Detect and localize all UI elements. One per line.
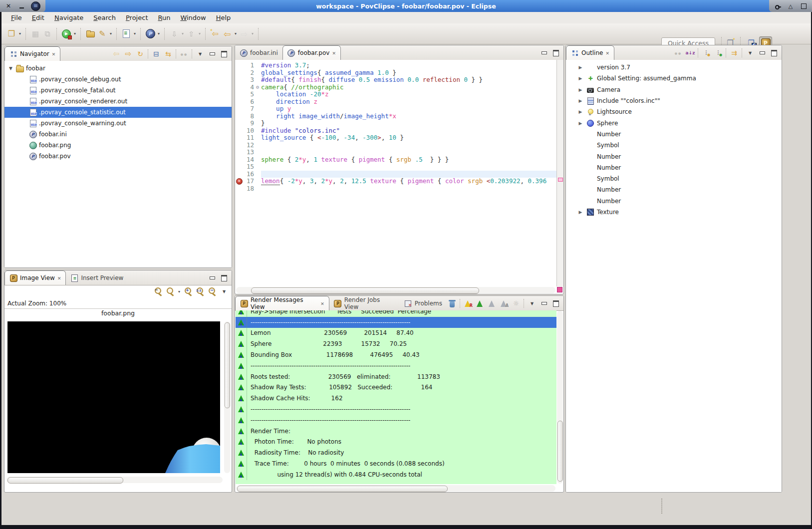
window-maximize-button[interactable] (800, 2, 807, 9)
menu-run[interactable]: Run (153, 13, 175, 22)
save-all-icon[interactable] (41, 28, 53, 40)
last-edit-location-icon[interactable] (209, 28, 221, 40)
dropdown-arrow-icon[interactable]: ▾ (180, 31, 185, 36)
expand-arrow-icon[interactable]: ▶ (577, 121, 584, 126)
expand-arrow-icon[interactable]: ▶ (577, 76, 584, 81)
overview-error-marker[interactable] (558, 178, 563, 182)
dropdown-arrow-icon[interactable]: ▾ (177, 289, 182, 294)
dropdown-arrow-icon[interactable]: ▾ (17, 31, 22, 36)
code-line-3[interactable]: 3#default{ finish{ diffuse 0.5 emission … (235, 76, 556, 84)
dropdown-arrow-icon[interactable]: ▾ (250, 31, 255, 36)
message-row[interactable]: using 12 thread(s) with 0.484 CPU-second… (236, 469, 556, 480)
outline-item-number[interactable]: Number (566, 129, 782, 140)
image-hscrollbar-thumb[interactable] (7, 477, 123, 484)
sort-alpha-icon[interactable] (685, 48, 696, 58)
expand-arrow-icon[interactable]: ▶ (577, 98, 584, 103)
outline-item-number[interactable]: Number (566, 184, 782, 195)
link-editor2-icon[interactable] (729, 48, 740, 58)
outline-item-symbol[interactable]: Symbol (566, 173, 782, 184)
maximize-icon[interactable] (219, 273, 230, 283)
code-line-10[interactable]: 10#include "colors.inc" (235, 127, 556, 135)
filter-render-icon[interactable] (487, 298, 498, 308)
dropdown-arrow-icon[interactable]: ▾ (156, 31, 161, 36)
tab-image-view[interactable]: Image View (4, 270, 66, 285)
code-line-6[interactable]: 6 direction z (235, 98, 556, 106)
filter-debug-icon[interactable]: A (499, 298, 510, 308)
filter-warning-icon[interactable] (475, 298, 486, 308)
code-line-17[interactable]: ✕17lemon{ -2*y, 3, 2*y, 2, 12.5 texture … (235, 178, 556, 185)
message-row[interactable]: Lemon 230569 201514 87.40 (236, 328, 556, 339)
navigator-item-foobar-ini[interactable]: foobar.ini (4, 129, 232, 140)
maximize-icon[interactable] (219, 49, 230, 59)
filter-tree-green-icon[interactable] (713, 48, 724, 58)
minimize-icon[interactable] (757, 48, 768, 58)
code-line-2[interactable]: 2global_settings{ assumed_gamma 1.0 } (235, 69, 556, 77)
minimize-icon[interactable] (539, 48, 549, 58)
message-row[interactable]: Bounding Box 1178698 476495 40.43 (236, 349, 556, 360)
code-line-4[interactable]: 4⊖camera{ //orthographic (235, 84, 556, 91)
navigator-item-foobar-pov[interactable]: foobar.pov (4, 151, 232, 162)
outline-item-number[interactable]: Number (566, 196, 782, 207)
nav-back-icon[interactable] (111, 49, 122, 59)
message-row[interactable]: Render Time: (236, 426, 556, 437)
navigator-item--povray-console-debug-out[interactable]: .povray_console_debug.out (4, 74, 232, 85)
outline-item-lightsource[interactable]: ▶Lightsource (566, 106, 782, 117)
open-scene-icon[interactable] (84, 28, 96, 40)
link-editor-icon[interactable] (163, 49, 174, 59)
navigator-item-foobar-png[interactable]: foobar.png (4, 140, 232, 151)
window-shade-button[interactable] (787, 2, 794, 9)
povray-symbol-icon[interactable] (144, 28, 156, 40)
expand-arrow-icon[interactable]: ▶ (577, 87, 584, 92)
navigator-item--povray-console-renderer-out[interactable]: .povray_console_renderer.out (4, 96, 232, 107)
tab-insert-preview[interactable]: Insert Preview (66, 271, 128, 285)
message-row[interactable]: ----------------------------------------… (236, 415, 556, 426)
nav-forward-icon[interactable] (123, 49, 134, 59)
navigator-item-foobar[interactable]: ▼foobar (4, 63, 232, 74)
code-line-12[interactable]: 12 (235, 142, 556, 149)
error-icon[interactable]: ✕ (236, 178, 243, 185)
message-row[interactable]: ----------------------------------------… (236, 404, 556, 415)
minimize-icon[interactable] (207, 49, 218, 59)
forward-icon[interactable] (238, 28, 250, 40)
zoom-out-icon[interactable]: − (207, 286, 218, 296)
code-line-8[interactable]: 8 right image_width/image_height*x (235, 113, 556, 120)
outline-item-global-setting-assumed-gamma[interactable]: ▶Global Setting: assumed_gamma (566, 73, 782, 84)
outline-item-texture[interactable]: ▶Texture (566, 207, 782, 218)
message-row[interactable]: Trace Time: 0 hours 0 minutes 0 seconds … (236, 458, 556, 469)
fold-collapse-icon[interactable]: ⊖ (254, 84, 261, 91)
dropdown-arrow-icon[interactable]: ▾ (132, 31, 137, 36)
code-line-11[interactable]: 11light_source { <-100, -34, -300>, 10 } (235, 134, 556, 142)
app-menu-icon[interactable] (31, 1, 40, 11)
render-run-icon[interactable] (60, 28, 72, 40)
editor-hscrollbar[interactable] (236, 287, 555, 293)
tab-outline[interactable]: Outline (566, 45, 614, 60)
tab-render-messages-view[interactable]: Render Messages View (235, 296, 329, 310)
view-menu-icon[interactable] (527, 298, 538, 308)
filter-tree-gold-icon[interactable] (701, 48, 712, 58)
navigator-item--povray-console-warning-out[interactable]: .povray_console_warning.out (4, 118, 232, 129)
zoom-one-icon[interactable]: 1:1 (195, 286, 206, 296)
maximize-icon[interactable] (769, 48, 780, 58)
view-menu-icon[interactable] (195, 49, 206, 59)
menu-search[interactable]: Search (89, 13, 120, 22)
code-line-9[interactable]: 9} (235, 120, 556, 127)
dropdown-arrow-icon[interactable]: ▾ (108, 31, 113, 36)
code-line-15[interactable]: 15 (235, 163, 556, 171)
message-row[interactable]: ----------------------------------------… (236, 317, 556, 328)
messages-hscrollbar[interactable] (236, 485, 555, 492)
trash-icon[interactable] (447, 298, 458, 308)
image-vscrollbar[interactable] (224, 321, 230, 473)
menu-project[interactable]: Project (121, 13, 153, 22)
code-line-16[interactable]: 16 (235, 171, 556, 178)
outline-item-version-3-7[interactable]: ▶version 3.7 (566, 62, 782, 73)
dropdown-arrow-icon[interactable]: ▾ (197, 31, 202, 36)
image-vscrollbar-thumb[interactable] (225, 322, 230, 408)
zoom-fit-icon[interactable]: ↔ (153, 286, 164, 296)
code-line-5[interactable]: 5 location -20*z (235, 91, 556, 98)
message-row[interactable]: Shadow Ray Tests: 105892 Succeeded: 164 (236, 382, 556, 393)
expand-arrow-icon[interactable]: ▶ (577, 109, 584, 114)
highlighter-icon[interactable] (96, 28, 108, 40)
view-menu-icon[interactable] (219, 286, 230, 296)
editor-text-area[interactable]: 1#version 3.7;2global_settings{ assumed_… (235, 60, 563, 286)
expand-arrow-icon[interactable]: ▶ (577, 210, 584, 215)
